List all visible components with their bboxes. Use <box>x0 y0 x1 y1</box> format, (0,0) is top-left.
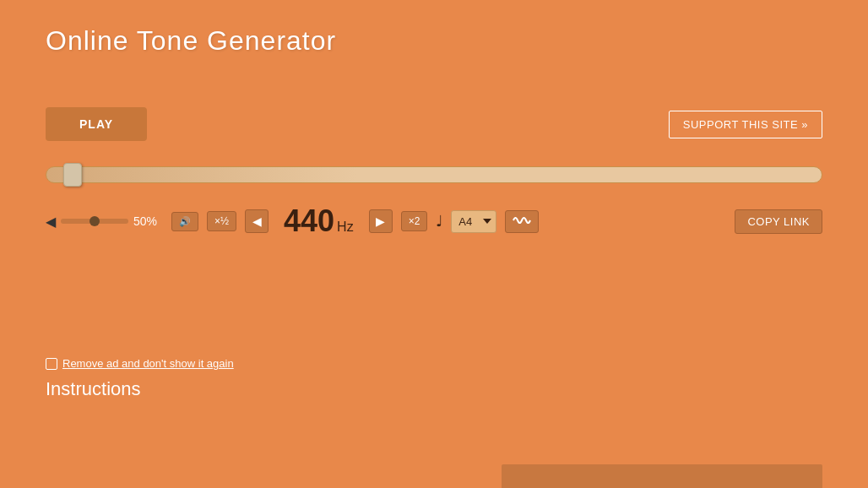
speaker-icon: 🔊 <box>179 216 191 227</box>
frequency-slider-container <box>46 166 822 187</box>
remove-ad-label[interactable]: Remove ad and don't show it again <box>62 357 234 370</box>
frequency-value: 440 <box>284 203 334 239</box>
note-select[interactable]: A4 A#4 B4 C4 C#4 D4 <box>451 210 496 233</box>
frequency-slider[interactable] <box>46 166 822 183</box>
play-button[interactable]: PLAY <box>46 107 147 141</box>
volume-slider[interactable] <box>61 219 128 224</box>
instructions-title: Instructions <box>46 378 822 400</box>
note-icon: ♩ <box>436 212 442 230</box>
step-back-button[interactable]: ◀ <box>245 209 269 233</box>
waveform-icon <box>513 214 531 229</box>
half-speed-button[interactable]: ×½ <box>207 211 236 231</box>
remove-ad-section: Remove ad and don't show it again <box>46 357 822 370</box>
support-button[interactable]: SUPPORT THIS SITE » <box>669 111 822 138</box>
frequency-unit: Hz <box>337 220 354 235</box>
mute-button[interactable]: 🔊 <box>171 212 198 231</box>
volume-percent: 50% <box>133 214 163 228</box>
volume-icon: ◀ <box>46 214 56 230</box>
double-speed-button[interactable]: ×2 <box>401 211 428 231</box>
remove-ad-checkbox[interactable] <box>46 358 57 370</box>
bottom-bar <box>502 464 822 488</box>
step-forward-button[interactable]: ▶ <box>369 209 393 233</box>
frequency-display: 440 Hz <box>284 203 354 239</box>
top-row: PLAY SUPPORT THIS SITE » <box>46 107 822 141</box>
waveform-button[interactable] <box>505 210 539 233</box>
volume-section: ◀ 50% <box>46 214 163 230</box>
instructions-section: Instructions <box>46 378 822 400</box>
page-title: Online Tone Generator <box>46 25 822 57</box>
controls-row: ◀ 50% 🔊 ×½ ◀ 440 Hz ▶ ×2 ♩ A4 A#4 B4 C4 <box>46 203 822 239</box>
copy-link-button[interactable]: COPY LINK <box>735 209 822 234</box>
